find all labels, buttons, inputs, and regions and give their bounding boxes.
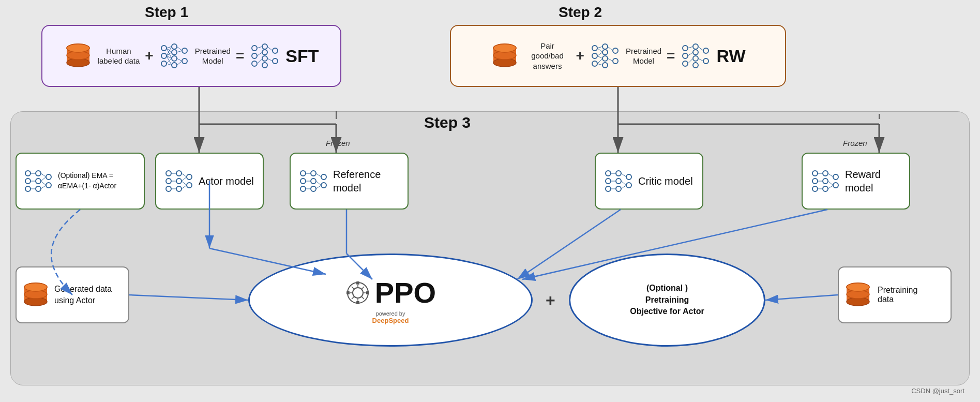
nn-icon-critic bbox=[603, 168, 634, 194]
svg-point-110 bbox=[311, 171, 316, 176]
svg-point-136 bbox=[812, 178, 818, 184]
svg-line-62 bbox=[608, 58, 613, 61]
svg-rect-153 bbox=[346, 291, 350, 294]
svg-point-29 bbox=[252, 61, 257, 66]
svg-point-92 bbox=[166, 171, 171, 176]
svg-point-79 bbox=[25, 186, 31, 191]
svg-rect-151 bbox=[356, 281, 359, 285]
svg-point-83 bbox=[46, 174, 51, 180]
svg-line-133 bbox=[621, 181, 626, 185]
svg-point-46 bbox=[592, 46, 597, 51]
svg-point-31 bbox=[262, 50, 267, 55]
svg-point-30 bbox=[262, 44, 267, 49]
nn-icon-step1-pretrained bbox=[159, 43, 190, 69]
actor-model-box: Actor model bbox=[155, 153, 264, 210]
svg-point-68 bbox=[693, 56, 698, 61]
main-container: Step 1 Step 2 Step 3 Humanlabeled data + bbox=[0, 0, 980, 402]
ema-text: (Optional) EMA =αEMA+(1- α)Actor bbox=[58, 171, 116, 191]
svg-point-108 bbox=[300, 178, 306, 184]
svg-point-99 bbox=[187, 183, 192, 188]
svg-point-77 bbox=[25, 171, 31, 176]
svg-point-139 bbox=[823, 178, 828, 184]
svg-line-160 bbox=[361, 296, 364, 299]
svg-line-60 bbox=[597, 64, 602, 65]
ppo-label: PPO bbox=[375, 276, 436, 309]
svg-line-88 bbox=[41, 173, 46, 177]
ema-box: (Optional) EMA =αEMA+(1- α)Actor bbox=[16, 153, 145, 210]
svg-line-37 bbox=[257, 52, 262, 56]
svg-point-128 bbox=[626, 183, 631, 188]
svg-point-10 bbox=[172, 56, 177, 61]
frozen-label-reference: Frozen bbox=[326, 139, 350, 147]
generated-data-label: Generated datausing Actor bbox=[54, 284, 112, 307]
svg-point-125 bbox=[616, 178, 621, 184]
pretraining-data-label: Pretrainingdata bbox=[878, 286, 917, 304]
step2-nn-label: PretrainedModel bbox=[626, 46, 661, 66]
svg-point-66 bbox=[693, 44, 698, 49]
gear-circuit-icon bbox=[345, 280, 371, 306]
deepspeed-label: DeepSpeed bbox=[372, 317, 409, 324]
ppo-inner: PPO bbox=[345, 276, 436, 309]
nn-icon-actor bbox=[163, 168, 194, 194]
svg-line-56 bbox=[597, 48, 602, 52]
svg-point-111 bbox=[311, 178, 316, 184]
svg-point-81 bbox=[36, 178, 41, 184]
svg-point-13 bbox=[182, 58, 187, 64]
svg-point-7 bbox=[161, 61, 167, 66]
svg-point-54 bbox=[613, 58, 618, 64]
nn-icon-step1-sft bbox=[249, 43, 280, 69]
step3-label: Step 3 bbox=[424, 114, 471, 131]
svg-line-132 bbox=[621, 173, 626, 177]
svg-point-112 bbox=[311, 186, 316, 191]
deepspeed-area: powered by DeepSpeed bbox=[372, 310, 409, 324]
svg-line-120 bbox=[316, 185, 321, 189]
svg-line-73 bbox=[688, 52, 693, 56]
svg-point-28 bbox=[252, 53, 257, 58]
svg-point-45 bbox=[493, 44, 516, 52]
pretraining-objective-ellipse: (Optional )PretrainingObjective for Acto… bbox=[569, 254, 765, 347]
svg-point-113 bbox=[321, 174, 326, 180]
svg-point-33 bbox=[262, 63, 267, 68]
svg-point-126 bbox=[616, 186, 621, 191]
svg-point-12 bbox=[182, 48, 187, 53]
svg-point-65 bbox=[683, 61, 688, 66]
svg-point-71 bbox=[703, 58, 708, 64]
reference-model-box: Referencemodel bbox=[290, 153, 409, 210]
svg-point-123 bbox=[606, 186, 611, 191]
svg-point-6 bbox=[161, 53, 167, 58]
equals-sign-2: = bbox=[667, 48, 675, 64]
svg-point-140 bbox=[823, 186, 828, 191]
reward-model-box: Rewardmodel bbox=[802, 153, 910, 210]
svg-point-107 bbox=[300, 171, 306, 176]
svg-line-57 bbox=[597, 52, 602, 56]
svg-point-11 bbox=[172, 63, 177, 68]
reference-model-label: Referencemodel bbox=[333, 168, 381, 195]
critic-model-box: Critic model bbox=[595, 153, 703, 210]
svg-point-135 bbox=[812, 171, 818, 176]
svg-point-124 bbox=[616, 171, 621, 176]
svg-point-50 bbox=[602, 50, 608, 55]
svg-point-8 bbox=[172, 44, 177, 49]
database-icon-step1 bbox=[64, 43, 93, 69]
svg-line-106 bbox=[182, 185, 187, 189]
svg-point-93 bbox=[166, 178, 171, 184]
svg-line-119 bbox=[316, 181, 321, 185]
svg-point-48 bbox=[592, 61, 597, 66]
svg-line-75 bbox=[698, 47, 703, 51]
svg-line-26 bbox=[177, 61, 182, 65]
plus-sign-2: + bbox=[576, 48, 584, 64]
nn-icon-step2-pretrained bbox=[590, 43, 621, 69]
sft-label: SFT bbox=[285, 46, 319, 66]
svg-point-47 bbox=[592, 53, 597, 58]
plus-sign-1: + bbox=[145, 48, 153, 64]
svg-point-67 bbox=[693, 50, 698, 55]
powered-by-label: powered by bbox=[376, 310, 405, 317]
svg-point-4 bbox=[67, 44, 89, 52]
step2-db-label: Pair good/badanswers bbox=[524, 41, 571, 71]
svg-point-5 bbox=[161, 46, 167, 51]
svg-point-137 bbox=[812, 186, 818, 191]
svg-line-90 bbox=[41, 181, 46, 185]
svg-line-89 bbox=[41, 177, 46, 181]
step1-db-label: Humanlabeled data bbox=[98, 46, 140, 66]
svg-rect-154 bbox=[366, 291, 369, 294]
